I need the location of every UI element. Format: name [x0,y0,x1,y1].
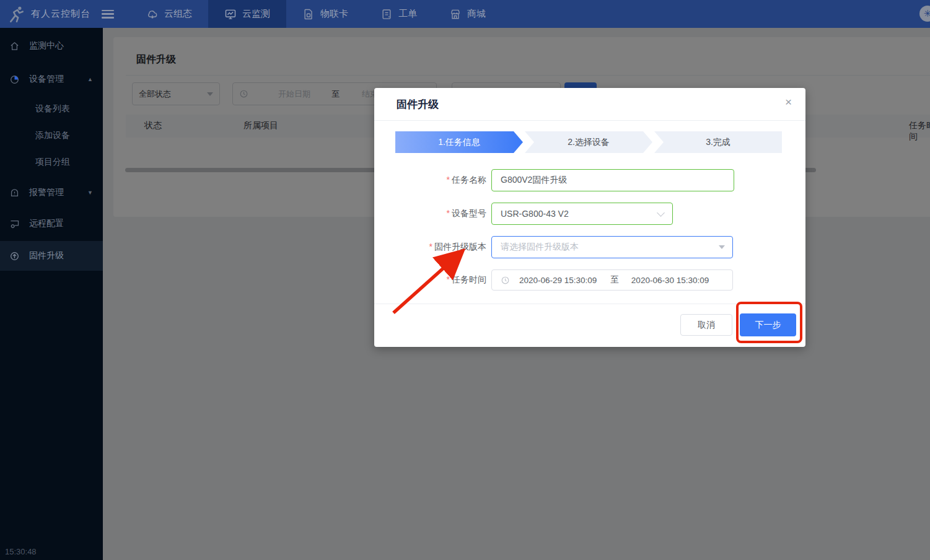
task-name-input[interactable]: G800V2固件升级 [491,169,734,191]
sidebar-item-device-list[interactable]: 设备列表 [0,96,103,122]
remote-config-icon [9,219,20,229]
tab-cloud-scada[interactable]: 云组态 [130,0,208,28]
work-order-icon [380,8,393,20]
hamburger-menu-icon[interactable] [102,10,114,19]
status-clock: 15:30:48 [5,547,37,556]
upgrade-icon [9,251,20,261]
modal-title: 固件升级 [397,97,439,112]
end-datetime[interactable]: 2020-06-30 15:30:09 [631,276,709,285]
alarm-icon [9,188,20,198]
corner-app-icon[interactable]: ✳ [919,6,930,22]
step-finish: 3.完成 [654,131,782,153]
brand-title: 有人云控制台 [31,8,90,20]
device-model-select[interactable]: USR-G800-43 V2 [491,203,673,225]
monitor-chart-icon [224,8,237,20]
step-select-device: 2.选择设备 [525,131,652,153]
top-navbar: 有人云控制台 云组态 云监测 物联卡 [0,0,930,28]
pie-chart-icon [9,74,20,85]
firmware-version-select[interactable]: 请选择固件升级版本 [491,236,733,258]
close-icon[interactable]: × [785,96,792,108]
sim-card-icon [302,8,315,20]
annotation-arrow [381,247,471,320]
top-menu: 云组态 云监测 物联卡 工单 [130,0,502,28]
wizard-steps: 1.任务信息 2.选择设备 3.完成 [395,131,782,153]
annotation-highlight-box [736,302,802,343]
sidebar-item-project-group[interactable]: 项目分组 [0,149,103,175]
tab-work-order[interactable]: 工单 [364,0,433,28]
start-datetime[interactable]: 2020-06-29 15:30:09 [519,276,597,285]
tab-mall[interactable]: 商城 [433,0,502,28]
divider [374,120,805,121]
sidebar-item-monitor-center[interactable]: 监测中心 [0,32,103,59]
sidebar-item-firmware-upgrade[interactable]: 固件升级 [0,241,103,271]
step-task-info: 1.任务信息 [395,131,523,153]
form-row-task-name: *任务名称 G800V2固件升级 [374,169,734,191]
tab-cloud-monitor[interactable]: 云监测 [208,0,286,28]
caret-down-icon [719,245,725,249]
sidebar-item-device-mgmt[interactable]: 设备管理 ▲ [0,66,103,93]
form-row-device-model: *设备型号 USR-G800-43 V2 [374,203,673,225]
sidebar-item-remote-config[interactable]: 远程配置 [0,210,103,237]
home-icon [9,41,20,51]
tab-iot-sim[interactable]: 物联卡 [286,0,364,28]
task-time-range-picker[interactable]: 2020-06-29 15:30:09 至 2020-06-30 15:30:0… [491,269,733,291]
usr-logo-icon [9,6,25,23]
clock-icon [501,276,510,285]
chevron-up-icon: ▲ [87,76,93,82]
sidebar: 监测中心 设备管理 ▲ 设备列表 添加设备 项目分组 报警管理 ▼ 远程配置 [0,28,103,560]
cancel-button[interactable]: 取消 [680,314,732,336]
storefront-icon [449,8,462,20]
chevron-down-icon [657,209,665,217]
brand: 有人云控制台 [0,6,99,23]
cloud-icon [146,8,159,20]
sidebar-item-alarm-mgmt[interactable]: 报警管理 ▼ [0,179,103,206]
sidebar-item-add-device[interactable]: 添加设备 [0,123,103,149]
chevron-down-icon: ▼ [87,190,93,196]
